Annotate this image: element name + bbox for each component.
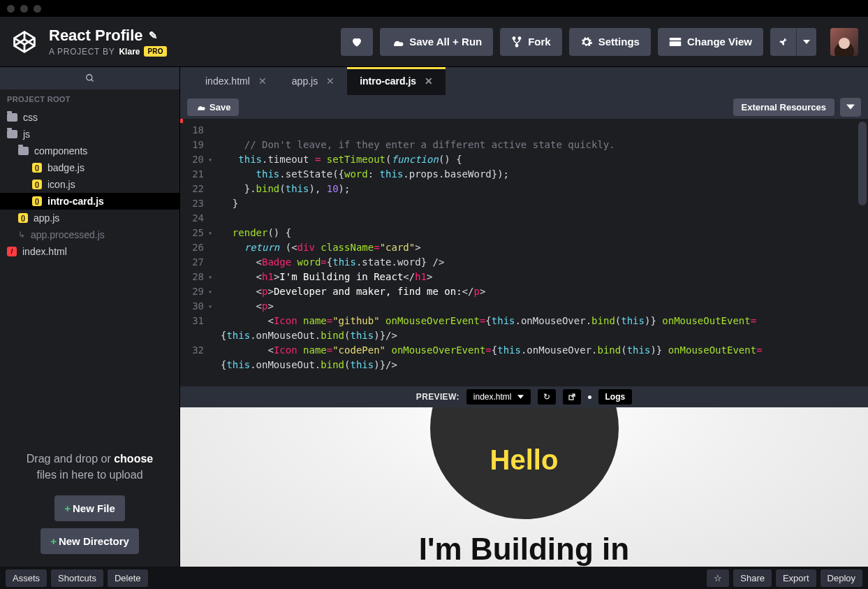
svg-line-9: [91, 79, 93, 81]
tab-index-html[interactable]: index.html✕: [193, 67, 279, 95]
close-icon[interactable]: ✕: [326, 75, 334, 87]
editor-marker: [180, 119, 183, 123]
html-file-icon: /: [7, 247, 17, 256]
preview-file-select[interactable]: index.html: [466, 389, 531, 405]
folder-icon: [18, 147, 29, 155]
author-link[interactable]: Klare: [119, 47, 140, 57]
file-sidebar: PROJECT ROOT css js components ()badge.j…: [0, 67, 180, 567]
editor-scrollbar[interactable]: [858, 122, 867, 384]
preview-toolbar: PREVIEW: index.html ↻ Logs: [180, 386, 868, 407]
choose-link[interactable]: choose: [114, 453, 153, 465]
svg-point-3: [513, 37, 515, 39]
logs-button[interactable]: Logs: [598, 389, 633, 405]
dropzone-text-1: Drag and drop or: [27, 453, 114, 465]
shortcuts-button[interactable]: Shortcuts: [51, 569, 103, 587]
line-gutter: 18 19 20 21 22 23 24 25 26 27 28 29 30 3…: [180, 119, 208, 386]
app-header: React Profile ✎ A PROJECT BY Klare PRO S…: [0, 17, 868, 67]
dropzone-text-2: files in here to upload: [36, 469, 142, 481]
svg-point-5: [516, 44, 518, 46]
preview-refresh-button[interactable]: ↻: [538, 389, 556, 405]
preview-pane[interactable]: Hello I'm Building in: [180, 407, 868, 567]
svg-rect-7: [670, 41, 682, 46]
editor-toolbar: Save External Resources: [180, 95, 868, 119]
code-editor[interactable]: 18 19 20 21 22 23 24 25 26 27 28 29 30 3…: [180, 119, 868, 386]
close-icon[interactable]: ✕: [425, 75, 433, 87]
file-index-html[interactable]: /index.html: [0, 243, 179, 260]
file-icon-js[interactable]: ()icon.js: [0, 176, 179, 193]
new-directory-button[interactable]: +New Directory: [41, 528, 139, 554]
svg-point-8: [86, 74, 91, 80]
project-title[interactable]: React Profile: [49, 27, 143, 45]
folder-icon: [7, 130, 17, 138]
export-button[interactable]: Export: [776, 569, 816, 587]
main-panel: index.html✕ app.js✕ intro-card.js✕ Save …: [180, 67, 868, 567]
window-minimize-dot[interactable]: [20, 5, 28, 13]
window-zoom-dot[interactable]: [34, 5, 41, 13]
deploy-button[interactable]: Deploy: [821, 569, 862, 587]
save-button[interactable]: Save: [187, 99, 239, 116]
folder-css[interactable]: css: [0, 109, 179, 126]
preview-label: PREVIEW:: [416, 392, 459, 402]
preview-heading: I'm Building in: [419, 532, 629, 567]
tab-app-js[interactable]: app.js✕: [279, 67, 347, 95]
file-badge-js[interactable]: ()badge.js: [0, 159, 179, 176]
pin-dropdown-button[interactable]: [797, 28, 816, 56]
delete-button[interactable]: Delete: [108, 569, 148, 587]
code-content[interactable]: // Don't leave, if they enter a differen…: [208, 119, 868, 386]
svg-rect-6: [670, 38, 682, 41]
js-file-icon: (): [32, 180, 42, 189]
new-file-button[interactable]: +New File: [54, 495, 125, 521]
preview-popout-button[interactable]: [563, 389, 581, 405]
star-button[interactable]: ☆: [707, 569, 729, 587]
bottom-bar: Assets Shortcuts Delete ☆ Share Export D…: [0, 567, 868, 589]
file-app-processed-js[interactable]: ↳app.processed.js: [0, 226, 179, 243]
user-avatar[interactable]: [830, 28, 858, 56]
file-tree: css js components ()badge.js ()icon.js (…: [0, 109, 179, 260]
folder-icon: [7, 113, 17, 122]
folder-components[interactable]: components: [0, 143, 179, 159]
file-app-js[interactable]: ()app.js: [0, 210, 179, 226]
change-view-button[interactable]: Change View: [658, 28, 763, 56]
assets-button[interactable]: Assets: [6, 569, 47, 587]
star-icon: ☆: [714, 573, 722, 583]
edit-title-icon[interactable]: ✎: [149, 29, 158, 42]
project-root-label: PROJECT ROOT: [0, 89, 179, 109]
js-file-icon: (): [18, 213, 28, 223]
tab-intro-card-js[interactable]: intro-card.js✕: [347, 67, 446, 95]
generated-file-icon: ↳: [18, 230, 25, 240]
sidebar-search-button[interactable]: [0, 67, 179, 89]
heart-button[interactable]: [341, 28, 373, 56]
codepen-logo[interactable]: [10, 27, 39, 57]
window-close-dot[interactable]: [7, 5, 15, 13]
preview-badge-text: Hello: [490, 444, 559, 476]
editor-tabs: index.html✕ app.js✕ intro-card.js✕: [180, 67, 868, 95]
pro-badge: PRO: [144, 46, 166, 57]
js-file-icon: (): [32, 163, 42, 173]
external-resources-button[interactable]: External Resources: [733, 99, 834, 116]
preview-badge-circle: Hello: [430, 407, 619, 519]
fork-button[interactable]: Fork: [500, 28, 562, 56]
js-file-icon: (): [32, 196, 42, 206]
editor-options-button[interactable]: [840, 98, 861, 117]
file-intro-card-js[interactable]: ()intro-card.js: [0, 193, 179, 210]
window-titlebar: [0, 0, 868, 17]
preview-status-dot: [588, 395, 591, 399]
folder-js[interactable]: js: [0, 126, 179, 143]
svg-point-4: [519, 37, 521, 39]
save-all-run-button[interactable]: Save All + Run: [380, 28, 493, 56]
settings-button[interactable]: Settings: [569, 28, 651, 56]
project-by-label: A PROJECT BY: [49, 47, 115, 57]
pin-button[interactable]: [770, 28, 797, 56]
share-button[interactable]: Share: [733, 569, 772, 587]
close-icon[interactable]: ✕: [258, 75, 267, 87]
upload-dropzone[interactable]: Drag and drop or choose files in here to…: [0, 435, 179, 567]
